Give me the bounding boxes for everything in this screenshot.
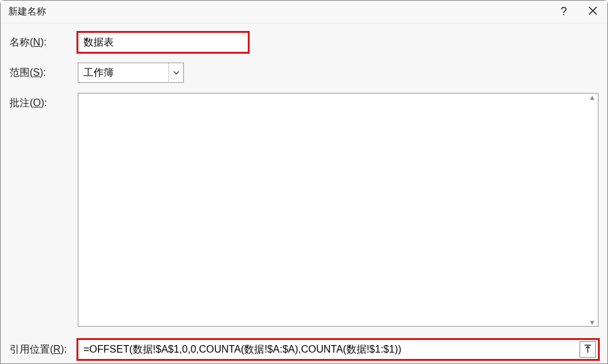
row-name: 名称(N):: [9, 32, 599, 52]
new-name-dialog: 新建名称 ? 名称(N): 范围(S):: [0, 0, 608, 364]
close-icon: [588, 6, 597, 17]
label-scope: 范围(S):: [9, 63, 73, 80]
dialog-title: 新建名称: [8, 6, 549, 18]
row-reference: 引用位置(R):: [9, 339, 599, 360]
chevron-down-icon: [168, 63, 183, 82]
close-button[interactable]: [578, 1, 607, 23]
label-reference: 引用位置(R):: [9, 339, 73, 356]
help-icon: ?: [561, 5, 567, 18]
scope-select[interactable]: [78, 63, 184, 83]
label-name: 名称(N):: [9, 32, 73, 49]
scrollbar[interactable]: ▲ ▼: [587, 94, 598, 326]
reference-input[interactable]: [78, 339, 599, 360]
label-comment: 批注(O):: [9, 93, 73, 110]
name-input[interactable]: [78, 32, 248, 52]
range-picker-button[interactable]: [580, 341, 596, 358]
range-picker-icon: [584, 344, 592, 355]
row-scope: 范围(S):: [9, 63, 599, 83]
help-button[interactable]: ?: [549, 1, 578, 23]
row-comment: 批注(O): ▲ ▼: [9, 93, 599, 329]
scroll-down-icon: ▼: [589, 318, 596, 326]
svg-rect-0: [585, 344, 591, 345]
titlebar: 新建名称 ?: [1, 1, 607, 23]
comment-textarea[interactable]: [78, 93, 599, 327]
scroll-up-icon: ▲: [589, 94, 596, 101]
